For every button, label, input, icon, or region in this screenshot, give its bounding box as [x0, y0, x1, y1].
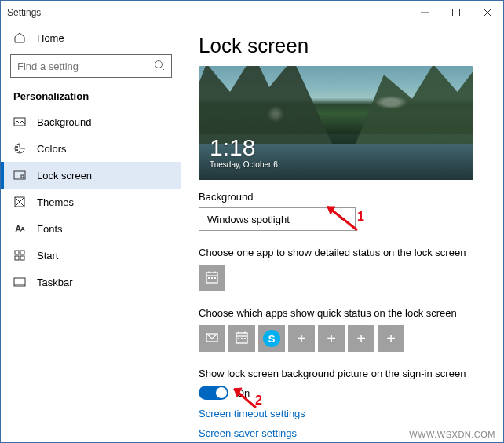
- chevron-down-icon: [338, 215, 347, 224]
- lock-screen-icon: [13, 169, 26, 181]
- home-icon: [13, 31, 26, 44]
- detail-status-app-button[interactable]: [199, 265, 225, 291]
- sidebar-item-label: Colors: [37, 143, 67, 155]
- sidebar-section-header: Personalization: [1, 84, 181, 108]
- svg-rect-6: [14, 118, 25, 126]
- themes-icon: [13, 196, 26, 208]
- screen-timeout-link[interactable]: Screen timeout settings: [199, 408, 486, 419]
- svg-point-7: [16, 146, 17, 147]
- titlebar: Settings: [1, 1, 503, 24]
- detail-status-label: Choose one app to show detailed status o…: [199, 247, 486, 258]
- svg-point-9: [19, 151, 20, 152]
- quick-status-label: Choose which apps show quick status on t…: [199, 307, 486, 319]
- minimize-button[interactable]: [409, 1, 440, 24]
- svg-line-5: [162, 67, 165, 70]
- svg-rect-11: [21, 175, 24, 178]
- sidebar-item-label: Start: [37, 250, 58, 262]
- annotation-number-1: 1: [357, 210, 364, 224]
- sidebar-item-background[interactable]: Background: [1, 108, 181, 135]
- preview-clock: 1:18 Tuesday, October 6: [210, 136, 278, 169]
- sidebar: Home Personalization Background Colo: [1, 24, 181, 442]
- svg-rect-1: [453, 9, 460, 16]
- quick-status-add-button[interactable]: +: [378, 325, 404, 352]
- search-input[interactable]: [17, 60, 154, 72]
- close-button[interactable]: [472, 1, 503, 24]
- preview-time: 1:18: [210, 136, 278, 159]
- sidebar-item-label: Taskbar: [37, 276, 73, 288]
- sidebar-item-fonts[interactable]: AA Fonts: [1, 215, 181, 242]
- settings-window: Settings Home: [0, 0, 504, 443]
- search-icon: [154, 60, 165, 73]
- taskbar-icon: [13, 276, 26, 288]
- signin-toggle-label: Show lock screen background picture on t…: [199, 368, 486, 379]
- main-content: Lock screen 1:18 Tuesday, October 6 Back…: [181, 24, 503, 442]
- mail-icon: [205, 331, 219, 347]
- sidebar-item-themes[interactable]: Themes: [1, 189, 181, 215]
- svg-rect-15: [15, 256, 19, 260]
- background-field-label: Background: [199, 191, 486, 203]
- window-controls: [409, 1, 503, 24]
- plus-icon: +: [356, 331, 366, 346]
- preview-date: Tuesday, October 6: [210, 160, 278, 169]
- plus-icon: +: [386, 331, 396, 346]
- sidebar-item-label: Background: [37, 116, 91, 128]
- plus-icon: +: [327, 331, 336, 346]
- plus-icon: +: [297, 331, 306, 346]
- svg-rect-23: [208, 277, 210, 279]
- svg-rect-25: [214, 277, 216, 279]
- signin-bg-toggle[interactable]: [199, 386, 228, 400]
- svg-rect-16: [20, 256, 24, 260]
- svg-rect-14: [20, 251, 24, 254]
- quick-status-app-mail[interactable]: [199, 325, 225, 352]
- calendar-icon: [235, 331, 249, 347]
- search-input-container[interactable]: [10, 54, 172, 78]
- sidebar-item-taskbar[interactable]: Taskbar: [1, 269, 181, 295]
- svg-point-8: [16, 149, 17, 150]
- skype-icon: S: [268, 333, 276, 345]
- svg-rect-31: [238, 338, 239, 339]
- lock-screen-preview: 1:18 Tuesday, October 6: [199, 66, 473, 180]
- sidebar-item-label: Themes: [37, 196, 74, 208]
- sidebar-item-home[interactable]: Home: [1, 24, 181, 51]
- fonts-icon: AA: [13, 222, 26, 235]
- sidebar-item-lock-screen[interactable]: Lock screen: [1, 162, 181, 189]
- svg-rect-32: [241, 338, 243, 339]
- toggle-state-label: On: [236, 387, 250, 399]
- svg-rect-33: [244, 338, 246, 339]
- calendar-icon: [205, 270, 219, 287]
- background-dropdown[interactable]: Windows spotlight: [199, 207, 356, 231]
- annotation-number-2: 2: [255, 394, 262, 408]
- svg-rect-13: [15, 251, 19, 254]
- start-icon: [13, 249, 26, 262]
- picture-icon: [13, 115, 26, 128]
- quick-status-add-button[interactable]: +: [348, 325, 374, 352]
- quick-status-add-button[interactable]: +: [318, 325, 345, 352]
- sidebar-item-label: Lock screen: [37, 170, 92, 181]
- sidebar-item-label: Fonts: [37, 223, 63, 235]
- sidebar-item-label: Home: [37, 32, 64, 44]
- sidebar-item-colors[interactable]: Colors: [1, 135, 181, 162]
- quick-status-app-calendar[interactable]: [228, 325, 255, 352]
- watermark: WWW.WSXDN.COM: [409, 430, 495, 439]
- quick-status-app-skype[interactable]: S: [258, 325, 285, 352]
- dropdown-value: Windows spotlight: [207, 214, 290, 225]
- app-title: Settings: [7, 7, 41, 18]
- palette-icon: [13, 142, 26, 155]
- sidebar-item-start[interactable]: Start: [1, 242, 181, 269]
- svg-rect-24: [211, 277, 213, 279]
- page-title: Lock screen: [199, 34, 486, 58]
- quick-status-add-button[interactable]: +: [288, 325, 315, 352]
- svg-point-4: [155, 60, 163, 68]
- maximize-button[interactable]: [440, 1, 472, 24]
